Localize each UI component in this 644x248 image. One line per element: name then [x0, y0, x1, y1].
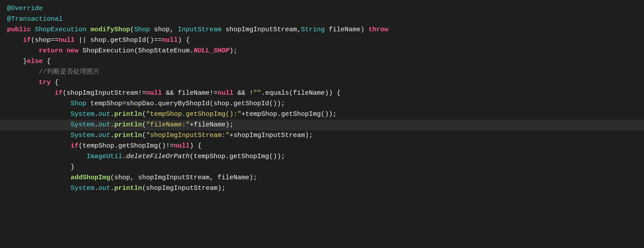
code-line-9: if(shopImgInputStream!=null && fileName!…	[0, 88, 644, 99]
comment-7: //判断是否处理图片	[39, 68, 100, 76]
indent-16	[7, 163, 71, 171]
code-line-6: }else {	[0, 56, 644, 67]
enum-null-shop: NULL_SHOP	[194, 47, 229, 55]
out-13: out	[98, 132, 110, 139]
keyword-if-2: if	[55, 89, 63, 97]
indent-5	[7, 47, 39, 55]
println-18: println	[114, 185, 142, 192]
indent-11	[7, 111, 71, 118]
semicolon-5: );	[229, 47, 237, 55]
paren-9a: (shopImgInputStream!=	[63, 89, 146, 97]
system-12: System	[71, 121, 94, 129]
indent-7	[7, 68, 39, 76]
cond-close: ) {	[178, 37, 190, 44]
method-addshopimg: addShopImg	[71, 174, 110, 181]
keyword-if: if	[23, 37, 31, 44]
dot-12a: .	[94, 121, 98, 129]
dot-15: .	[122, 153, 126, 160]
code-line-14: if(tempShop.getShopImg()!=null) {	[0, 141, 644, 152]
indent-4	[7, 37, 23, 44]
code-line-13: System.out.println("shopImgInputStream:"…	[0, 130, 644, 141]
code-line-16: }	[0, 162, 644, 173]
keyword-new: new	[67, 47, 82, 55]
indent-9	[7, 89, 55, 97]
string-13: "shopImgInputStream:"	[146, 132, 229, 139]
string-empty: ""	[253, 89, 261, 97]
type-string: String	[301, 26, 329, 33]
string-11: "tempShop.getShopImg():"	[146, 111, 241, 118]
indent-18	[7, 185, 71, 192]
system-13: System	[71, 132, 94, 139]
code-line-2: @Transactional	[0, 14, 644, 25]
keyword-return: return	[39, 47, 67, 55]
type-shopexecution: ShopExecution	[35, 26, 90, 33]
out-18: out	[98, 185, 110, 192]
and-9a: && fileName!=	[162, 89, 217, 97]
paren-12a: (	[142, 121, 146, 129]
keyword-null-3: null	[146, 89, 162, 97]
code-line-10: Shop tempShop=shopDao.queryByShopId(shop…	[0, 99, 644, 109]
out-11: out	[98, 111, 110, 118]
cond-14: (tempShop.getShopImg()!=	[79, 142, 174, 150]
code-line-15: ImageUtil.deleteFileOrPath(tempShop.getS…	[0, 152, 644, 162]
code-line-12: System.out.println("fileName:"+fileName)…	[0, 120, 644, 130]
type-inputstream: InputStream	[178, 26, 225, 33]
annotation-override: @Override	[7, 5, 43, 12]
concat-13: +shopImgInputStream);	[229, 132, 313, 139]
paren-13a: (	[142, 132, 146, 139]
brace-open-6: {	[47, 58, 51, 65]
paren-11a: (	[142, 111, 146, 118]
system-11: System	[71, 111, 94, 118]
type-shop-2: Shop	[71, 100, 90, 107]
dot-18b: .	[110, 185, 114, 192]
param-filename: fileName)	[329, 26, 368, 33]
println-12: println	[114, 121, 142, 129]
keyword-else: else	[27, 58, 47, 65]
type-shop: Shop	[134, 26, 154, 33]
concat-12: +fileName);	[190, 121, 233, 129]
keyword-null-4: null	[217, 89, 233, 97]
code-editor: @Override @Transactional public ShopExec…	[0, 0, 644, 248]
string-12: "fileName:"	[146, 121, 190, 129]
imageutil-15: ImageUtil	[86, 153, 122, 160]
code-line-18: System.out.println(shopImgInputStream);	[0, 183, 644, 194]
brace-open-8: {	[55, 79, 59, 86]
println-11: println	[114, 111, 142, 118]
println-13: println	[114, 132, 142, 139]
brace-close-16: }	[71, 163, 75, 171]
indent-13	[7, 132, 71, 139]
cond-shop: (shop==	[31, 37, 59, 44]
param-shop: shop,	[154, 26, 178, 33]
code-line-11: System.out.println("tempShop.getShopImg(…	[0, 109, 644, 120]
paren-open: (	[130, 26, 134, 33]
dot-18a: .	[94, 185, 98, 192]
keyword-null-2: null	[162, 37, 178, 44]
dot-13b: .	[110, 132, 114, 139]
code-line-1: @Override	[0, 4, 644, 14]
dot-12b: .	[110, 121, 114, 129]
dot-13a: .	[94, 132, 98, 139]
and-9b: && !	[233, 89, 253, 97]
operator-or: || shop.getShopId()==	[75, 37, 162, 44]
keyword-public: public	[7, 26, 35, 33]
keyword-if-3: if	[71, 142, 79, 150]
var-tempshop: tempShop=shopDao.queryByShopId(shop.getS…	[90, 100, 285, 107]
system-18: System	[71, 185, 94, 192]
out-12: out	[98, 121, 110, 129]
indent-8	[7, 79, 39, 86]
equals-9: .equals(fileName)) {	[261, 89, 341, 97]
method-modifyshop: modifyShop	[90, 26, 130, 33]
keyword-null-5: null	[174, 142, 190, 150]
keyword-null-1: null	[59, 37, 75, 44]
brace-close-6: }	[23, 58, 27, 65]
call-17: (shop, shopImgInputStream, fileName);	[110, 174, 257, 181]
code-line-8: try {	[0, 78, 644, 88]
call-15: (tempShop.getShopImg());	[190, 153, 285, 160]
indent-17	[7, 174, 71, 181]
cond-close-14: ) {	[190, 142, 202, 150]
shopexecution-call: ShopExecution(ShopStateEnum.	[82, 47, 194, 55]
code-line-17: addShopImg(shop, shopImgInputStream, fil…	[0, 173, 644, 183]
indent-10	[7, 100, 71, 107]
indent-14	[7, 142, 71, 150]
annotation-transactional: @Transactional	[7, 15, 63, 23]
